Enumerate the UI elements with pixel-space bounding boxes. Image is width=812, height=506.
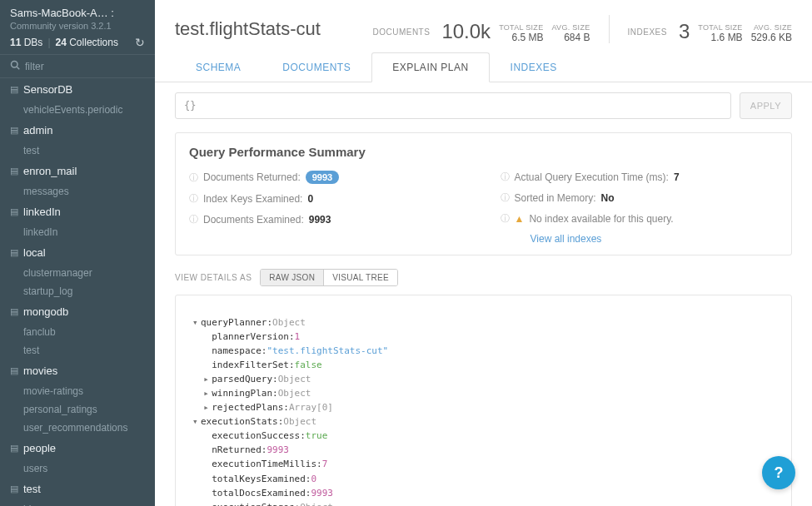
toggle-visual-tree[interactable]: VISUAL TREE: [323, 270, 397, 285]
docs-returned-badge: 9993: [306, 171, 339, 184]
database-row[interactable]: ▤linkedIn: [0, 201, 155, 223]
database-name: admin: [23, 124, 52, 136]
database-name: local: [23, 246, 46, 259]
view-all-indexes-link[interactable]: View all indexes: [531, 233, 602, 245]
info-icon: ⓘ: [501, 191, 510, 204]
svg-line-1: [17, 67, 19, 69]
database-icon: ▤: [10, 247, 18, 258]
view-details-label: VIEW DETAILS AS: [175, 273, 252, 282]
collection-row[interactable]: movie-ratings: [0, 382, 155, 400]
dbs-label: DBs: [24, 37, 43, 48]
database-row[interactable]: ▤admin: [0, 119, 155, 141]
search-icon: [10, 60, 20, 72]
database-row[interactable]: ▤local: [0, 241, 155, 264]
refresh-icon[interactable]: ↻: [135, 36, 145, 49]
query-input[interactable]: {}: [175, 92, 731, 119]
dbs-count: 11: [10, 37, 21, 48]
database-row[interactable]: ▤mongodb: [0, 300, 155, 323]
collection-row[interactable]: user_recommendations: [0, 419, 155, 437]
colls-label: Collections: [69, 37, 118, 48]
collection-row[interactable]: clustermanager: [0, 264, 155, 282]
info-icon: ⓘ: [501, 212, 510, 225]
database-row[interactable]: ▤movies: [0, 360, 155, 382]
indexes-stats: INDEXES 3 total size 1.6 MB avg. size 52…: [628, 20, 792, 43]
tab-schema[interactable]: SCHEMA: [175, 52, 262, 82]
host-name: Sams-MacBook-A… :: [10, 7, 145, 19]
toggle-raw-json[interactable]: RAW JSON: [261, 270, 323, 285]
collection-row[interactable]: vehicleEvents.periodic: [0, 101, 155, 119]
svg-point-0: [12, 62, 18, 68]
top-bar: test.flightStats-cut DOCUMENTS 10.0k tot…: [155, 0, 812, 52]
database-name: movies: [23, 365, 57, 377]
query-row: {} APPLY: [175, 92, 792, 119]
tab-explain-plan[interactable]: EXPLAIN PLAN: [371, 52, 489, 82]
indexes-caption: INDEXES: [628, 27, 667, 37]
db-stats-line: 11 DBs | 24 Collections ↻: [10, 36, 145, 49]
version-line: Community version 3.2.1: [10, 21, 145, 31]
no-index-row: ⓘ ▲ No index available for this query.: [501, 212, 779, 225]
database-name: test: [23, 483, 41, 495]
collection-row[interactable]: fanclub: [0, 323, 155, 341]
filter-input[interactable]: [25, 61, 145, 72]
database-list: ▤SensorDBvehicleEvents.periodic▤admintes…: [0, 78, 155, 506]
view-toggle: VIEW DETAILS AS RAW JSON VISUAL TREE: [175, 269, 792, 286]
info-icon: ⓘ: [189, 171, 198, 184]
database-name: linkedIn: [23, 206, 61, 218]
collection-row[interactable]: big: [0, 500, 155, 506]
documents-caption: DOCUMENTS: [372, 27, 430, 37]
filter-row[interactable]: [0, 55, 155, 78]
database-name: people: [23, 442, 56, 454]
collection-row[interactable]: test: [0, 141, 155, 160]
info-icon: ⓘ: [501, 171, 510, 183]
explain-json[interactable]: ▾queryPlanner:Object plannerVersion:1 na…: [175, 295, 792, 506]
database-name: SensorDB: [23, 83, 72, 96]
content: {} APPLY Query Performance Summary ⓘ Doc…: [155, 82, 812, 506]
index-keys-row: ⓘ Index Keys Examined: 0: [189, 192, 467, 205]
database-icon: ▤: [10, 206, 18, 217]
tab-indexes[interactable]: INDEXES: [490, 52, 578, 82]
sidebar-header: Sams-MacBook-A… : Community version 3.2.…: [0, 0, 155, 55]
collection-row[interactable]: test: [0, 341, 155, 360]
tab-documents[interactable]: DOCUMENTS: [262, 52, 371, 82]
colls-count: 24: [56, 37, 67, 48]
collection-row[interactable]: startup_log: [0, 282, 155, 300]
doc-avg-size: 684 B: [551, 32, 590, 43]
database-row[interactable]: ▤test: [0, 478, 155, 500]
performance-summary: Query Performance Summary ⓘ Documents Re…: [175, 132, 792, 255]
collection-row[interactable]: messages: [0, 182, 155, 201]
apply-button[interactable]: APPLY: [740, 92, 792, 119]
database-icon: ▤: [10, 125, 18, 136]
namespace-title: test.flightStats-cut: [175, 18, 321, 40]
collection-row[interactable]: personal_ratings: [0, 400, 155, 419]
database-row[interactable]: ▤people: [0, 437, 155, 459]
help-fab[interactable]: ?: [762, 456, 795, 489]
toggle-group: RAW JSON VISUAL TREE: [260, 269, 398, 286]
database-icon: ▤: [10, 443, 18, 454]
doc-total-size: 6.5 MB: [499, 32, 543, 43]
exec-time-row: ⓘ Actual Query Execution Time (ms): 7: [501, 171, 779, 183]
docs-returned-row: ⓘ Documents Returned: 9993: [189, 171, 467, 184]
collection-row[interactable]: users: [0, 459, 155, 478]
database-icon: ▤: [10, 484, 18, 494]
perf-title: Query Performance Summary: [189, 145, 778, 159]
indexes-count: 3: [679, 20, 690, 43]
tabs: SCHEMA DOCUMENTS EXPLAIN PLAN INDEXES: [155, 52, 812, 82]
sorted-mem-row: ⓘ Sorted in Memory: No: [501, 191, 779, 204]
database-icon: ▤: [10, 166, 18, 176]
documents-count: 10.0k: [441, 20, 491, 43]
info-icon: ⓘ: [189, 213, 198, 226]
stats-block: DOCUMENTS 10.0k total size 6.5 MB avg. s…: [372, 15, 792, 43]
database-name: mongodb: [23, 305, 68, 318]
database-row[interactable]: ▤enron_mail: [0, 160, 155, 182]
idx-total-size: 1.6 MB: [698, 32, 742, 43]
database-icon: ▤: [10, 84, 18, 95]
database-name: enron_mail: [23, 165, 77, 177]
main: test.flightStats-cut DOCUMENTS 10.0k tot…: [155, 0, 812, 506]
collection-row[interactable]: linkedIn: [0, 223, 155, 241]
database-row[interactable]: ▤SensorDB: [0, 78, 155, 101]
documents-stats: DOCUMENTS 10.0k total size 6.5 MB avg. s…: [372, 20, 590, 43]
docs-examined-row: ⓘ Documents Examined: 9993: [189, 213, 467, 226]
info-icon: ⓘ: [189, 192, 198, 205]
sidebar: Sams-MacBook-A… : Community version 3.2.…: [0, 0, 155, 506]
warning-icon: ▲: [515, 213, 525, 225]
